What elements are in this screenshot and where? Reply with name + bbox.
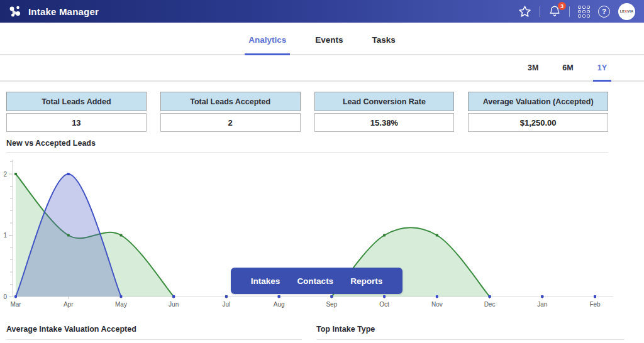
floating-nav-intakes[interactable]: Intakes bbox=[251, 276, 280, 286]
x-axis-label: Jan bbox=[537, 301, 547, 308]
x-axis-label: Sep bbox=[326, 301, 337, 308]
leads-chart-area: 012MarAprMayJunJulAugSepOctNovDecJanFeb … bbox=[0, 156, 644, 315]
data-point bbox=[172, 295, 175, 298]
data-point bbox=[489, 295, 491, 298]
stat-card-label: Lead Conversion Rate bbox=[314, 92, 455, 111]
top-intake-section: Top Intake Type bbox=[316, 325, 625, 340]
help-button[interactable]: ? bbox=[598, 6, 610, 18]
bottom-sections: Average Intake Valuation Accepted Top In… bbox=[6, 325, 625, 340]
floating-nav-contacts[interactable]: Contacts bbox=[297, 276, 333, 286]
data-point bbox=[14, 295, 17, 298]
divider bbox=[316, 339, 625, 340]
range-3m[interactable]: 3M bbox=[523, 63, 543, 82]
tab-events[interactable]: Events bbox=[311, 35, 347, 55]
stat-card-label: Total Leads Added bbox=[6, 92, 147, 111]
x-axis-label: Aug bbox=[274, 301, 285, 308]
star-icon bbox=[518, 5, 531, 18]
x-axis-label: Dec bbox=[484, 301, 496, 308]
stat-card-lead-conversion-rate: Lead Conversion Rate 15.38% bbox=[314, 92, 455, 132]
data-point bbox=[383, 234, 386, 237]
stat-card-total-leads-added: Total Leads Added 13 bbox=[6, 92, 147, 132]
tab-analytics[interactable]: Analytics bbox=[245, 35, 290, 55]
divider bbox=[6, 339, 302, 340]
time-range-selector: 3M 6M 1Y bbox=[0, 55, 644, 82]
x-axis-label: Jun bbox=[169, 301, 179, 308]
leads-chart-title: New vs Accepted Leads bbox=[6, 139, 644, 148]
stat-card-value: $1,250.00 bbox=[468, 113, 608, 132]
navbar-actions: 3 ? LEXVIA bbox=[518, 3, 635, 20]
top-navbar: Intake Manager 3 ? LEXVIA bbox=[0, 0, 644, 23]
data-point bbox=[594, 295, 596, 298]
stat-card-label: Total Leads Accepted bbox=[160, 92, 301, 111]
apps-button[interactable] bbox=[578, 6, 590, 18]
data-point bbox=[436, 234, 438, 237]
stat-card-label: Average Valuation (Accepted) bbox=[468, 92, 608, 111]
data-point bbox=[119, 234, 122, 237]
notifications-button[interactable]: 3 bbox=[548, 5, 561, 18]
y-axis-label: 2 bbox=[3, 171, 7, 178]
stat-card-total-leads-accepted: Total Leads Accepted 2 bbox=[160, 92, 301, 132]
stat-card-value: 15.38% bbox=[314, 113, 455, 132]
data-point bbox=[541, 295, 543, 298]
y-axis-label: 0 bbox=[3, 293, 7, 300]
avg-valuation-section: Average Intake Valuation Accepted bbox=[6, 325, 302, 340]
x-axis-label: Mar bbox=[10, 301, 21, 308]
data-point bbox=[67, 234, 70, 237]
x-axis-label: Nov bbox=[431, 301, 443, 308]
app-title: Intake Manager bbox=[28, 6, 99, 17]
data-point bbox=[67, 173, 70, 175]
data-point bbox=[14, 173, 17, 175]
app-logo-icon bbox=[8, 4, 23, 19]
main-tabs: Analytics Events Tasks bbox=[0, 23, 644, 55]
data-point bbox=[119, 295, 122, 298]
floating-nav-reports[interactable]: Reports bbox=[350, 276, 382, 286]
top-intake-title: Top Intake Type bbox=[316, 325, 625, 334]
data-point bbox=[225, 295, 228, 298]
stat-cards: Total Leads Added 13 Total Leads Accepte… bbox=[6, 92, 608, 132]
brand: Intake Manager bbox=[8, 4, 99, 19]
favorites-button[interactable] bbox=[518, 5, 531, 18]
range-1y[interactable]: 1Y bbox=[593, 63, 611, 82]
stat-card-average-valuation: Average Valuation (Accepted) $1,250.00 bbox=[468, 92, 608, 132]
x-axis-label: Apr bbox=[64, 301, 74, 308]
y-axis-label: 1 bbox=[3, 232, 7, 239]
data-point bbox=[278, 295, 280, 298]
data-point bbox=[330, 295, 333, 298]
apps-grid-icon bbox=[578, 6, 590, 18]
divider bbox=[569, 6, 570, 17]
stat-card-value: 13 bbox=[6, 113, 147, 132]
avatar-text: VIA bbox=[627, 9, 633, 13]
x-axis-label: Feb bbox=[589, 301, 601, 308]
data-point bbox=[383, 295, 386, 298]
x-axis-label: Oct bbox=[379, 301, 389, 308]
tab-tasks[interactable]: Tasks bbox=[369, 35, 399, 55]
user-avatar[interactable]: LEXVIA bbox=[618, 3, 635, 20]
x-axis-label: May bbox=[115, 301, 127, 308]
help-icon: ? bbox=[598, 6, 610, 18]
data-point bbox=[436, 295, 438, 298]
floating-nav: Intakes Contacts Reports bbox=[231, 268, 402, 294]
stat-card-value: 2 bbox=[160, 113, 301, 132]
divider bbox=[6, 152, 608, 153]
avg-valuation-title: Average Intake Valuation Accepted bbox=[6, 325, 302, 334]
range-6m[interactable]: 6M bbox=[558, 63, 577, 82]
x-axis-label: Jul bbox=[223, 301, 231, 308]
notification-badge: 3 bbox=[558, 2, 566, 10]
divider bbox=[540, 6, 540, 17]
avatar-text: LE bbox=[620, 9, 625, 13]
